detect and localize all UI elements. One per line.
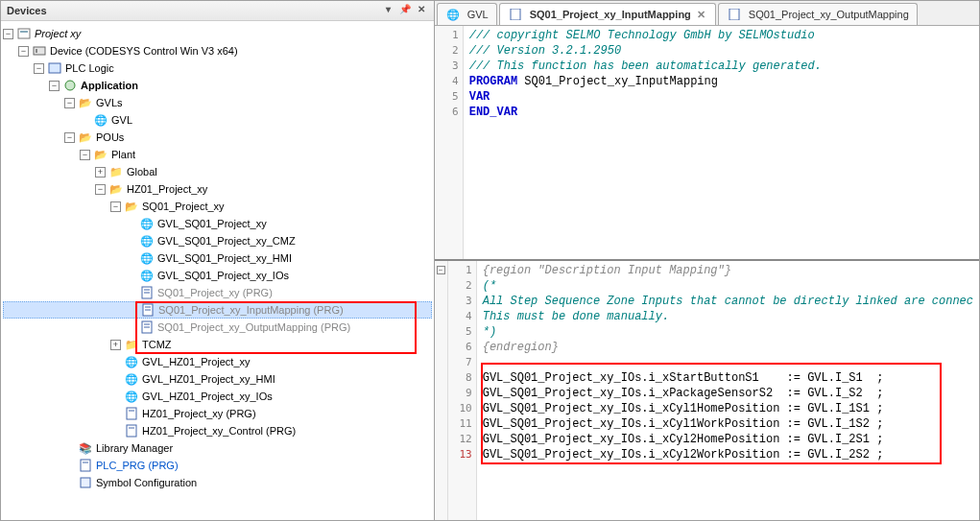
devices-panel: Devices ▾ 📌 ✕ − Project xy − Device (COD… — [0, 0, 435, 521]
expander-icon[interactable]: − — [18, 46, 29, 57]
tree-label: PLC Logic — [65, 59, 114, 77]
project-tree[interactable]: − Project xy − Device (CODESYS Control W… — [1, 21, 434, 520]
tree-node-gvl-sq01-cmz[interactable]: 🌐 GVL_SQ01_Project_xy_CMZ — [3, 232, 432, 249]
fold-gutter: − — [435, 261, 448, 520]
tab-label: GVL — [467, 9, 489, 20]
tree-node-hz01-control-prg[interactable]: HZ01_Project_xy_Control (PRG) — [3, 422, 432, 439]
expander-icon[interactable]: + — [95, 167, 106, 178]
expander-icon[interactable]: − — [3, 29, 13, 39]
code-line: {region "Description Input Mapping"} — [483, 264, 731, 277]
tab-close-icon[interactable]: ✕ — [695, 9, 707, 21]
tree-node-device[interactable]: − Device (CODESYS Control Win V3 x64) — [3, 42, 432, 59]
tree-node-gvl-hz01-ios[interactable]: 🌐 GVL_HZ01_Project_xy_IOs — [3, 388, 432, 405]
svg-rect-21 — [81, 478, 90, 487]
svg-rect-3 — [36, 49, 37, 53]
tree-node-gvl-sq01[interactable]: 🌐 GVL_SQ01_Project_xy — [3, 215, 432, 232]
tree-label: Library Manager — [96, 439, 173, 457]
line-number: 4 — [448, 309, 472, 324]
tree-node-gvl[interactable]: 🌐 GVL — [3, 111, 432, 129]
devices-panel-title: Devices — [7, 5, 379, 16]
globe-icon: 🌐 — [124, 371, 139, 387]
prg-icon — [124, 423, 139, 438]
tree-label: Symbol Configuration — [96, 474, 197, 491]
panel-dropdown-icon[interactable]: ▾ — [382, 4, 395, 17]
code-keyword: VAR — [469, 90, 490, 104]
tree-node-gvls[interactable]: − 📂 GVLs — [3, 94, 432, 111]
code-line: All Step Sequence Zone Inputs that canno… — [483, 295, 973, 308]
tab-outputmapping[interactable]: SQ01_Project_xy_OutputMapping — [718, 3, 918, 25]
line-number: 2 — [435, 43, 459, 59]
editor-implementation[interactable]: − 1 2 3 4 5 6 7 8 9 10 11 12 13 {region … — [435, 261, 979, 520]
tab-inputmapping[interactable]: SQ01_Project_xy_InputMapping ✕ — [499, 3, 716, 25]
line-gutter: 1 2 3 4 5 6 7 8 9 10 11 12 13 — [448, 261, 477, 520]
tree-node-plclogic[interactable]: − PLC Logic — [3, 59, 432, 77]
expander-icon[interactable]: − — [64, 132, 75, 143]
svg-rect-22 — [511, 9, 520, 20]
tree-node-plcprg[interactable]: PLC_PRG (PRG) — [3, 457, 432, 474]
devices-panel-header: Devices ▾ 📌 ✕ — [1, 1, 434, 21]
code-area[interactable]: /// copyright SELMO Technology GmbH by S… — [464, 26, 979, 259]
line-number: 4 — [435, 74, 459, 89]
panel-close-icon[interactable]: ✕ — [415, 4, 428, 17]
prg-icon — [727, 7, 742, 22]
folder-open-icon: 📂 — [124, 199, 139, 214]
expander-icon[interactable]: − — [80, 150, 90, 160]
code-line: (* — [483, 279, 496, 293]
globe-icon: 🌐 — [93, 112, 108, 128]
code-line: {endregion} — [483, 341, 559, 354]
tab-gvl[interactable]: 🌐 GVL — [437, 3, 497, 25]
expander-icon[interactable]: − — [95, 184, 106, 195]
line-number: 8 — [448, 370, 472, 386]
tree-node-gvl-hz01-hmi[interactable]: 🌐 GVL_HZ01_Project_xy_HMI — [3, 370, 432, 388]
svg-rect-23 — [729, 9, 739, 20]
tree-node-application[interactable]: − Application — [3, 77, 432, 94]
prg-icon — [78, 458, 93, 473]
tree-label: GVL_SQ01_Project_xy_CMZ — [157, 232, 296, 249]
expander-icon[interactable]: − — [64, 98, 75, 108]
tree-node-project[interactable]: − Project xy — [3, 25, 432, 42]
tree-node-gvl-sq01-ios[interactable]: 🌐 GVL_SQ01_Project_xy_IOs — [3, 267, 432, 284]
tree-node-gvl-hz01[interactable]: 🌐 GVL_HZ01_Project_xy — [3, 353, 432, 370]
line-gutter: 1 2 3 4 5 6 — [435, 26, 464, 259]
svg-rect-1 — [20, 31, 28, 33]
line-number: 3 — [448, 294, 472, 309]
tree-node-gvl-sq01-hmi[interactable]: 🌐 GVL_SQ01_Project_xy_HMI — [3, 249, 432, 267]
editor-panel: 🌐 GVL SQ01_Project_xy_InputMapping ✕ SQ0… — [435, 0, 980, 521]
svg-point-5 — [65, 81, 75, 90]
tree-node-sq01-prg[interactable]: SQ01_Project_xy (PRG) — [3, 284, 432, 301]
tree-node-library-manager[interactable]: 📚 Library Manager — [3, 439, 432, 457]
tree-node-hz01[interactable]: − 📂 HZ01_Project_xy — [3, 180, 432, 198]
tree-label: SQ01_Project_xy — [142, 198, 225, 215]
panel-pin-icon[interactable]: 📌 — [398, 4, 412, 17]
tree-label: HZ01_Project_xy — [127, 180, 207, 198]
line-number: 6 — [448, 340, 472, 355]
folder-open-icon: 📂 — [78, 130, 93, 145]
tree-node-hz01-prg[interactable]: HZ01_Project_xy (PRG) — [3, 405, 432, 422]
tree-node-symbolconfig[interactable]: Symbol Configuration — [3, 474, 432, 491]
svg-rect-2 — [34, 47, 45, 55]
svg-rect-0 — [18, 29, 30, 38]
tree-node-pous[interactable]: − 📂 POUs — [3, 129, 432, 146]
code-text: SQ01_Project_xy_InputMapping — [517, 75, 718, 88]
expander-icon[interactable]: − — [34, 63, 44, 74]
globe-icon: 🌐 — [139, 268, 155, 283]
tree-node-plant[interactable]: − 📂 Plant — [3, 146, 432, 163]
code-line: /// Version 3.2.1.2950 — [469, 44, 621, 58]
line-number: 6 — [435, 105, 459, 120]
tab-label: SQ01_Project_xy_InputMapping — [530, 9, 691, 20]
code-keyword: PROGRAM — [469, 75, 517, 88]
tree-label: GVL_SQ01_Project_xy_IOs — [157, 267, 289, 284]
line-number: 1 — [448, 263, 472, 278]
line-number: 3 — [435, 59, 459, 74]
editor-declaration[interactable]: 1 2 3 4 5 6 /// copyright SELMO Technolo… — [435, 26, 979, 261]
svg-rect-19 — [81, 460, 90, 471]
expander-icon[interactable]: − — [49, 81, 60, 91]
tree-node-global[interactable]: + 📁 Global — [3, 163, 432, 180]
tree-label: HZ01_Project_xy_Control (PRG) — [142, 422, 296, 439]
expander-icon[interactable]: − — [110, 201, 121, 212]
fold-toggle-icon[interactable]: − — [437, 266, 445, 274]
line-number: 9 — [448, 386, 472, 401]
expander-icon[interactable]: + — [110, 340, 121, 350]
tree-node-sq01[interactable]: − 📂 SQ01_Project_xy — [3, 198, 432, 215]
prg-icon — [124, 406, 139, 421]
